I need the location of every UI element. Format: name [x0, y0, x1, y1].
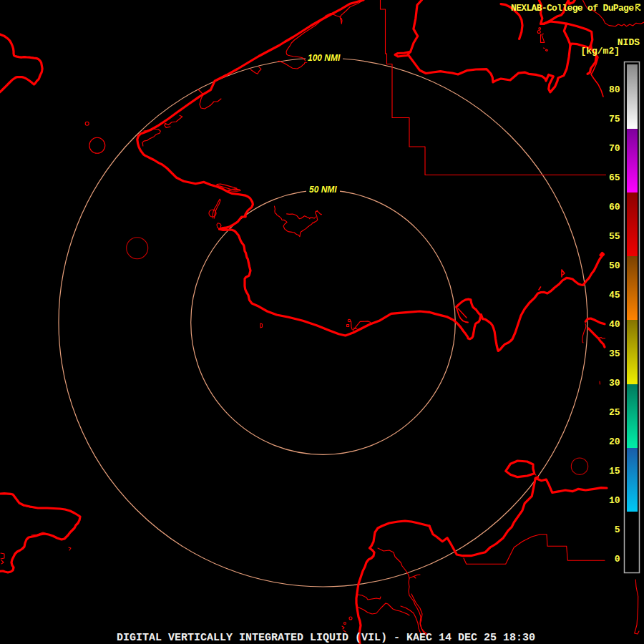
svg-text:5: 5 — [615, 525, 620, 535]
svg-text:0: 0 — [615, 554, 620, 565]
svg-text:50 NMI: 50 NMI — [309, 185, 337, 195]
svg-text:15: 15 — [609, 466, 620, 477]
svg-text:70: 70 — [609, 143, 620, 154]
svg-text:40: 40 — [609, 319, 620, 330]
svg-text:60: 60 — [609, 202, 620, 213]
svg-text:45: 45 — [609, 290, 620, 301]
svg-text:25: 25 — [609, 407, 620, 418]
svg-text:75: 75 — [609, 114, 620, 125]
svg-text:65: 65 — [609, 172, 620, 183]
svg-text:[kg/m2]: [kg/m2] — [580, 46, 620, 57]
svg-text:55: 55 — [609, 231, 620, 242]
svg-text:NEXLAB-College of DuPage: NEXLAB-College of DuPage — [511, 3, 634, 14]
svg-text:NIDS: NIDS — [618, 37, 640, 48]
svg-text:80: 80 — [609, 84, 620, 95]
svg-text:35: 35 — [609, 348, 620, 359]
svg-text:100 NMI: 100 NMI — [308, 53, 341, 63]
svg-text:30: 30 — [609, 378, 620, 389]
svg-text:DIGITAL VERTICALLY INTEGRATED: DIGITAL VERTICALLY INTEGRATED LIQUID (VI… — [117, 632, 535, 644]
svg-text:20: 20 — [609, 436, 620, 447]
svg-text:10: 10 — [609, 495, 620, 506]
svg-text:50: 50 — [609, 260, 620, 271]
